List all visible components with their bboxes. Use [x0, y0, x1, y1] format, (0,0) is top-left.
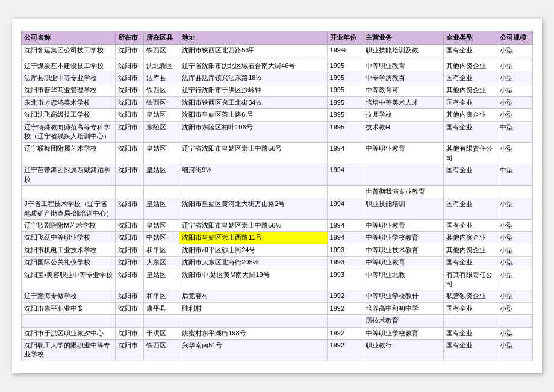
cell-type: 国有企业 — [443, 220, 497, 232]
header-size: 公司规模 — [497, 31, 532, 45]
cell-type: 其他内资企业 — [443, 60, 497, 72]
table-row: 世菁彻我演专业教育 — [22, 185, 533, 198]
cell-district: 皇姑区 — [144, 109, 179, 121]
cell-address: 姚蜜村东平湖街198号 — [179, 327, 327, 339]
cell-district — [144, 315, 179, 327]
cell-size: 中型 — [497, 164, 532, 186]
cell-year: 1992 — [327, 302, 363, 314]
cell-year — [327, 185, 363, 198]
cell-business: 培养高中和初中学 — [363, 302, 443, 314]
cell-type: 私营独资企业 — [443, 290, 497, 302]
table-row: 法库县职业中等专业学校沈阳市法库县法库县法库镇兴法东路18½1995中专学历教百… — [22, 72, 533, 84]
cell-district: 皇姑区 — [144, 220, 179, 232]
cell-company: 沈阳市机电工业技术学校 — [22, 244, 116, 256]
cell-type: 国有企业 — [443, 257, 497, 269]
cell-company — [22, 315, 116, 327]
cell-business: 中专学历教百 — [363, 72, 443, 84]
cell-city — [116, 185, 144, 198]
cell-type: 其他内资企业 — [443, 84, 497, 96]
cell-city — [116, 315, 144, 327]
cell-type: 其他有限责任公司 — [443, 143, 497, 164]
table-row: 沈阳宝•美容职业中等专业学校沈阳市皇姑区沈阳市中.姑区黄M南大街19号1993中… — [22, 269, 533, 290]
cell-company: 辽宁煤炭基本建设技工学校 — [22, 60, 116, 72]
cell-business: 技术教H — [363, 121, 443, 143]
cell-city: 沈阳市 — [116, 60, 144, 72]
cell-business: 中等职业学校教育 — [363, 232, 443, 244]
header-city: 所在市 — [116, 31, 144, 45]
cell-city: 沈阳市 — [116, 257, 144, 269]
cell-city: 沈阳市 — [116, 45, 144, 57]
cell-company: 辽宁歌剧院附M艺术学校 — [22, 220, 116, 232]
cell-year: 1995 — [327, 96, 363, 108]
cell-district: 皇姑区 — [144, 198, 179, 220]
cell-city: 沈阳市 — [116, 220, 144, 232]
cell-address: 沈阳市皇姑区崇山西路11号 — [179, 232, 327, 244]
cell-type: 国有企业 — [443, 302, 497, 314]
cell-address: 辽宁省沈阳市沈北区域石台南大街46号 — [179, 60, 327, 72]
table-row: 沈阳市普华商业管理学校沈阳市铁西区辽宁行沈阳市于洪区沙岭钟1995中等教育可其他… — [22, 84, 533, 96]
cell-size: 小型 — [497, 290, 532, 302]
cell-address: 沈阳市皇姑区茶山路6.号 — [179, 109, 327, 121]
cell-business: 中等职业教育 — [363, 220, 443, 232]
cell-year: 1995 — [327, 109, 363, 121]
cell-size: 小型 — [497, 244, 532, 256]
cell-city: 沈阳市 — [116, 327, 144, 339]
cell-company: 辽宁渤海专修学校 — [22, 290, 116, 302]
header-type: 企业类型 — [443, 31, 497, 45]
cell-size: 小型 — [497, 302, 532, 314]
cell-year: 1994 — [327, 164, 363, 186]
cell-size: 小型 — [497, 339, 532, 361]
cell-year: 1994 — [327, 232, 363, 244]
cell-type: 有其有限责任公司 — [443, 269, 497, 290]
cell-size: 小型 — [497, 109, 532, 121]
cell-business: 中等职业教育 — [363, 60, 443, 72]
cell-city: 沈阳巿 — [116, 339, 144, 361]
cell-city: 沈阳市 — [116, 290, 144, 302]
cell-type: 国有企业 — [443, 72, 497, 84]
cell-city: 沈阳市 — [116, 121, 144, 143]
table-row: 沈阳国际公关礼仪学校沈阳市大东区沈阳市大东区北海街205½1993中等职业教育国… — [22, 257, 533, 269]
cell-city: 沈阳市 — [116, 143, 144, 164]
cell-company: J宁省工程技术学校（辽宁省地质矿产勘查局•部培训中心） — [22, 198, 116, 220]
cell-type: 国有企业 — [443, 339, 497, 361]
cell-year: 1993 — [327, 244, 363, 256]
cell-city: 沈阳市 — [116, 109, 144, 121]
cell-size: 小型 — [497, 60, 532, 72]
cell-type: 国有企业 — [443, 327, 497, 339]
cell-year: 1993 — [327, 257, 363, 269]
cell-company: 辽宁芭带舞团附属西戴舞蹈学校 — [22, 164, 116, 186]
table-row: 沈阳沈飞高级技工学校沈阳市皇姑区沈阳市皇姑区茶山路6.号1995技师学校其他内资… — [22, 109, 533, 121]
cell-company — [22, 185, 116, 198]
cell-district: 和平区 — [144, 290, 179, 302]
table-row: 辽宁联舞团附属艺术学校沈阳市皇姑区辽宁省沈阳市皇姑区崇山中路56号1994中等职… — [22, 143, 533, 164]
cell-size — [497, 185, 532, 198]
cell-year: 1995 — [327, 84, 363, 96]
cell-company: 沈阳宝•美容职业中等专业学校 — [22, 269, 116, 290]
cell-size: 小型 — [497, 96, 532, 108]
cell-year: 1994 — [327, 198, 363, 220]
cell-size: 小型 — [497, 220, 532, 232]
cell-city: 沈阳市 — [116, 302, 144, 314]
cell-company: 沈阳飞跃中等职业学校 — [22, 232, 116, 244]
cell-year: 1992 — [327, 327, 363, 339]
cell-company: 沈阳市于洪区职业教夕中心 — [22, 327, 116, 339]
cell-year: 1993 — [327, 269, 363, 290]
cell-type: 国有企业 — [443, 96, 497, 108]
cell-city: 沈阳市 — [116, 164, 144, 186]
cell-company: 沈阳市普华商业管理学校 — [22, 84, 116, 96]
cell-address: 兴华南南51号 — [179, 339, 327, 361]
cell-size: 小型 — [497, 198, 532, 220]
cell-district — [144, 185, 179, 198]
cell-business: 中等职业技术教育 — [363, 244, 443, 256]
cell-address: 辽宁省沈阳市皇姑区崇山中路56号 — [179, 143, 327, 164]
cell-district: 中姑区 — [144, 232, 179, 244]
cell-address: 沈阳市和平区砂山街24号 — [179, 244, 327, 256]
cell-city: 沈阳市 — [116, 232, 144, 244]
cell-year: 1995 — [327, 60, 363, 72]
cell-company: 沈阳客运集团公司技工学校 — [22, 45, 116, 57]
cell-company: 沈阳国际公关礼仪学校 — [22, 257, 116, 269]
cell-size: 小型 — [497, 143, 532, 164]
cell-company: 沈阳沈飞高级技工学校 — [22, 109, 116, 121]
cell-district: 大东区 — [144, 257, 179, 269]
cell-business: 世菁彻我演专业教育 — [363, 185, 443, 198]
